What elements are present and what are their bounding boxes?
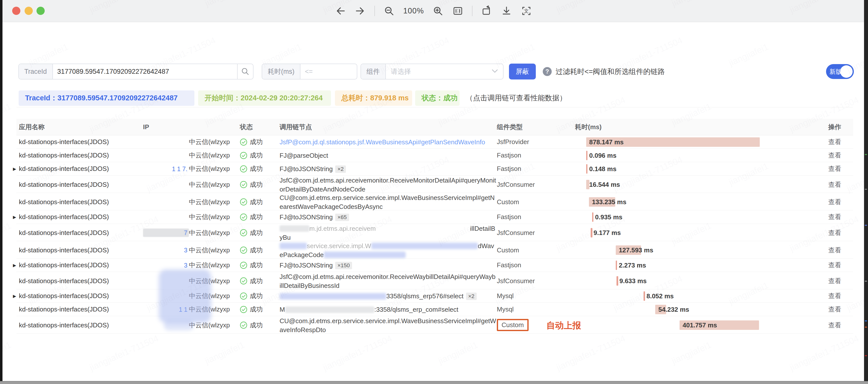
app-name: kd-stationops-interfaces(JDOS)	[19, 246, 109, 254]
table-row[interactable]: kd-stationops-interfaces(JDOS)中云信(wlzyxp…	[17, 149, 853, 162]
redacted-ip: 7	[143, 229, 189, 237]
chevron-down-icon	[492, 69, 498, 74]
table-row[interactable]: ▶kd-stationops-interfaces(JDOS)1 1 7.中云信…	[17, 162, 853, 176]
table-row[interactable]: kd-stationops-interfaces(JDOS)1 1中云信(wlz…	[17, 303, 853, 316]
app-name-cell: ▶kd-stationops-interfaces(JDOS)	[17, 213, 143, 221]
call-chain-node-cell[interactable]: FJ@toJSONString×150	[280, 261, 497, 269]
watermark-text: jiangjiafei1-711504	[88, 333, 160, 373]
call-chain-node-link[interactable]: JsfP@com.jd.ql.stationops.jsf.WaveBusine…	[280, 139, 485, 146]
start-time-badge: 开始时间：2024-02-29 20:20:27:264	[198, 90, 331, 106]
call-chain-node-cell[interactable]: FJ@toJSONString×2	[280, 164, 497, 173]
machine-room-label: 中云信(wlzyxp	[189, 213, 230, 220]
help-question-icon[interactable]: ?	[543, 67, 552, 76]
rotate-icon[interactable]	[481, 5, 492, 17]
table-row[interactable]: kd-stationops-interfaces(JDOS)3中云信(wlzyx…	[17, 241, 853, 259]
app-name: kd-stationops-interfaces(JDOS)	[19, 181, 109, 188]
redacted-text-smudge	[376, 225, 470, 232]
cost-cell: 9.177 ms	[575, 224, 802, 242]
expand-caret-icon[interactable]: ▶	[13, 293, 16, 299]
call-chain-node-cell[interactable]: JsfC@com.jd.etms.api.receivemonitor.Rece…	[280, 272, 497, 290]
table-row[interactable]: ▶kd-stationops-interfaces(JDOS)3中云信(wlzy…	[17, 259, 853, 272]
cost-cell: 401.757 ms	[575, 316, 802, 334]
status-cell: 成功	[240, 229, 280, 237]
action-cell: 查看	[802, 292, 853, 300]
cost-cell: 133.235 ms	[575, 193, 802, 211]
status-cell: 成功	[240, 321, 280, 330]
view-link[interactable]: 查看	[828, 305, 841, 313]
view-link[interactable]: 查看	[828, 229, 841, 236]
minimize-window-button[interactable]	[25, 7, 33, 15]
view-link[interactable]: 查看	[828, 321, 841, 329]
aspect-ratio-icon[interactable]	[452, 5, 464, 17]
table-row[interactable]: kd-stationops-interfaces(JDOS)中云信(wlzyxp…	[17, 193, 853, 210]
traceid-input[interactable]	[53, 68, 237, 76]
expand-caret-icon[interactable]: ▶	[13, 166, 16, 171]
view-link[interactable]: 查看	[828, 181, 841, 188]
download-icon[interactable]	[501, 5, 512, 17]
component-type-cell: Custom	[497, 198, 575, 206]
app-name: kd-stationops-interfaces(JDOS)	[19, 151, 109, 159]
table-row[interactable]: ▶kd-stationops-interfaces(JDOS)中云信(wlzyx…	[17, 289, 853, 303]
call-chain-node-cell[interactable]: m.jd.etms.api.receivemillDetailByBu	[280, 224, 497, 242]
repeat-count-badge: ×65	[335, 214, 349, 221]
close-window-button[interactable]	[12, 7, 20, 15]
call-chain-node-text: CU@com.jd.etms.erp.service.service.impl.…	[280, 317, 496, 333]
table-row[interactable]: kd-stationops-interfaces(JDOS)中云信(wlzyxp…	[17, 136, 853, 149]
shield-button[interactable]: 屏蔽	[509, 64, 536, 80]
component-type-text: Fastjson	[497, 165, 521, 172]
expand-caret-icon[interactable]: ▶	[13, 214, 16, 219]
table-row[interactable]: kd-stationops-interfaces(JDOS)中云信(wlzyxp…	[17, 176, 853, 193]
zoom-in-icon[interactable]	[432, 5, 444, 17]
call-chain-node-cell[interactable]: CU@com.jd.etms.erp.service.service.impl.…	[280, 193, 497, 211]
duration-label: 2.273 ms	[619, 261, 646, 269]
forward-arrow-icon[interactable]	[354, 5, 366, 17]
view-link[interactable]: 查看	[828, 138, 841, 146]
call-chain-node-cell[interactable]: JsfC@com.jd.etms.api.receivemonitor.Rece…	[280, 176, 497, 194]
view-link[interactable]: 查看	[828, 292, 841, 300]
duration-bar	[591, 228, 592, 237]
zoom-out-icon[interactable]	[383, 5, 395, 17]
call-chain-node-text: 3358/qlsms_erp576#select	[386, 293, 464, 300]
call-chain-node-text: M	[280, 306, 285, 314]
status-text: 成功	[250, 246, 263, 255]
zoom-window-button[interactable]	[36, 7, 45, 15]
view-link[interactable]: 查看	[828, 165, 841, 172]
view-link[interactable]: 查看	[828, 198, 841, 206]
cost-cell: 0.096 ms	[575, 149, 802, 162]
machine-room-label: 中云信(wlzyxp	[189, 198, 230, 206]
cost-threshold-input[interactable]	[301, 68, 357, 76]
call-chain-node-cell[interactable]: 3358/qlsms_erp576#select×2	[280, 291, 497, 300]
cost-cell: 8.052 ms	[575, 289, 802, 302]
view-link[interactable]: 查看	[828, 213, 841, 220]
app-name-cell: kd-stationops-interfaces(JDOS)	[17, 246, 143, 254]
call-chain-node-cell[interactable]: service.service.impl.WdWavePackageCode	[280, 241, 497, 259]
table-row[interactable]: kd-stationops-interfaces(JDOS)中云信(wlzyxp…	[17, 272, 853, 289]
back-arrow-icon[interactable]	[335, 5, 346, 17]
view-link[interactable]: 查看	[828, 246, 841, 254]
component-type-cell: JsfConsumer	[497, 181, 575, 188]
view-link[interactable]: 查看	[828, 261, 841, 269]
new-version-toggle[interactable]: 新版	[826, 64, 854, 79]
search-button[interactable]	[237, 64, 253, 79]
component-filter-group[interactable]: 组件 请选择	[361, 64, 503, 80]
call-chain-node-cell[interactable]: FJ@parseObject	[280, 151, 497, 160]
expand-caret-icon[interactable]: ▶	[13, 263, 16, 268]
view-link[interactable]: 查看	[828, 277, 841, 285]
call-chain-node-cell[interactable]: JsfP@com.jd.ql.stationops.jsf.WaveBusine…	[280, 137, 497, 146]
cost-cell: 878.147 ms	[575, 136, 802, 149]
redacted-ip	[143, 292, 189, 300]
text-scan-icon[interactable]: 文	[521, 5, 532, 17]
zoom-level[interactable]: 100%	[403, 6, 424, 16]
table-row[interactable]: kd-stationops-interfaces(JDOS)中云信(wlzyxp…	[17, 316, 853, 333]
view-link[interactable]: 查看	[828, 151, 841, 159]
table-row[interactable]: kd-stationops-interfaces(JDOS)7中云信(wlzyx…	[17, 224, 853, 241]
call-chain-node-cell[interactable]: CU@com.jd.etms.erp.service.service.impl.…	[280, 316, 497, 334]
status-cell: 成功	[240, 277, 280, 286]
toolbar-divider	[472, 6, 472, 16]
table-row[interactable]: ▶kd-stationops-interfaces(JDOS)中云信(wlzyx…	[17, 210, 853, 224]
app-name-cell: kd-stationops-interfaces(JDOS)	[17, 229, 143, 237]
call-chain-node-cell[interactable]: FJ@toJSONString×65	[280, 212, 497, 221]
call-chain-node-cell[interactable]: M:3358/qlsms_erp_com#select	[280, 305, 497, 314]
duration-label: 8.052 ms	[647, 292, 674, 300]
status-text: 成功	[250, 277, 263, 286]
